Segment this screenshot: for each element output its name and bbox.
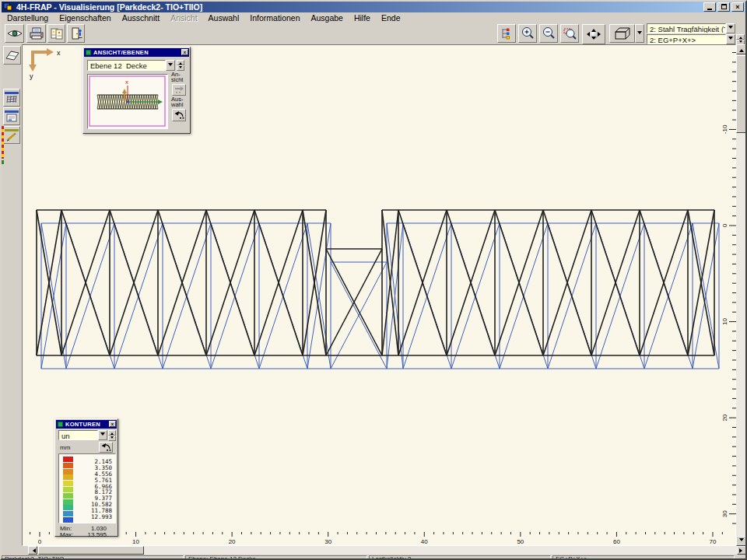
plane-preview[interactable]: x: [87, 74, 168, 129]
legend-color-swatch: [63, 463, 73, 468]
print-button[interactable]: [26, 24, 46, 43]
svg-text:70: 70: [710, 538, 717, 545]
legend-color-swatch: [63, 487, 73, 492]
panel-close-button[interactable]: x: [181, 49, 188, 55]
chevron-down-icon: [637, 31, 642, 37]
maximize-icon: [721, 4, 727, 9]
arrow-left-icon: [30, 548, 36, 553]
zoom-in-button[interactable]: [518, 24, 537, 43]
level-combo[interactable]: Ebene 12 Decke: [87, 60, 175, 71]
status-section-4: EG+P+X+>: [552, 555, 735, 560]
spinner-up-icon[interactable]: [108, 430, 116, 436]
svg-text:10: 10: [721, 318, 728, 325]
view-cube-button[interactable]: [609, 24, 635, 43]
zoom-in-icon: [521, 26, 535, 40]
panel-title-bar[interactable]: ANSICHT/EBENEN: [84, 48, 189, 57]
legend-color-swatch: [63, 481, 73, 486]
panel-title: ANSICHT/EBENEN: [93, 49, 149, 56]
curved-arrow-icon: [100, 443, 112, 452]
load-case-combo[interactable]: 2: EG+P+X+>: [647, 34, 735, 44]
horizontal-scroll-thumb[interactable]: [38, 546, 144, 555]
panel-close-button[interactable]: x: [109, 421, 116, 427]
svg-text:10: 10: [132, 538, 139, 545]
spinner-down-icon[interactable]: [108, 436, 116, 441]
docked-panel-edge: [2, 126, 4, 159]
spinner-up-icon[interactable]: [177, 60, 184, 65]
dock-mesh-panel-button[interactable]: [3, 89, 20, 107]
panel-icon: [58, 422, 63, 427]
left-dock: [2, 44, 22, 546]
view-label: An-sicht: [171, 72, 190, 82]
dock-edit-panel-button[interactable]: [3, 126, 20, 144]
plane-select-button[interactable]: [3, 46, 21, 65]
max-label: Max:: [60, 532, 73, 538]
chevron-down-icon[interactable]: [166, 60, 175, 71]
zoom-out-icon: [542, 26, 556, 40]
chevron-down-icon[interactable]: [726, 23, 735, 33]
pan-right-icon: [598, 32, 603, 37]
maximize-button[interactable]: [717, 2, 730, 12]
zoom-out-button[interactable]: [539, 24, 558, 43]
pan-control[interactable]: [582, 24, 605, 44]
scroll-up-button[interactable]: [736, 44, 746, 54]
plane-icon: [5, 49, 20, 61]
chevron-down-icon[interactable]: [726, 34, 735, 44]
title-bar[interactable]: 4H-FRAP - Visualisierung [Parkdeck2- TIO…: [2, 2, 745, 12]
close-button[interactable]: ×: [731, 2, 744, 12]
menu-item-eigenschaften[interactable]: Eigenschaften: [54, 13, 117, 23]
svg-text:30: 30: [721, 510, 728, 517]
exit-door-icon: [70, 27, 82, 40]
svg-text:50: 50: [517, 538, 524, 545]
spinner-down-icon[interactable]: [177, 65, 184, 71]
curved-arrow-icon: [174, 110, 185, 120]
dock-info-panel-button[interactable]: [3, 107, 20, 125]
arrow-down-icon: [739, 538, 744, 544]
minimize-button[interactable]: [703, 2, 716, 12]
app-window: 4H-FRAP - Visualisierung [Parkdeck2- TIO…: [0, 0, 747, 560]
menu-item-auswahl[interactable]: Auswahl: [203, 13, 245, 23]
menu-item-ende[interactable]: Ende: [376, 13, 406, 23]
level-spinner[interactable]: [177, 60, 184, 71]
legend-color-swatch: [63, 474, 73, 480]
cube-icon: [613, 26, 632, 40]
view-cube-dropdown[interactable]: [635, 24, 644, 43]
scroll-right-button[interactable]: [737, 546, 746, 555]
panel-title-bar[interactable]: KONTUREN: [56, 420, 117, 429]
vertical-scroll-thumb[interactable]: [736, 55, 746, 133]
view-properties-button[interactable]: [5, 24, 24, 43]
main-toolbar: 2: Stahl Tragfähigkeit (Th. 2. O 2: EG+P…: [2, 23, 745, 44]
result-type-combo[interactable]: 2: Stahl Tragfähigkeit (Th. 2. O: [647, 23, 735, 33]
pages-button[interactable]: [47, 24, 65, 43]
select-apply-button[interactable]: [172, 109, 186, 121]
truss-deformed: [41, 223, 719, 369]
vertical-scrollbar[interactable]: [736, 44, 746, 546]
scroll-down-button[interactable]: [736, 536, 746, 546]
pan-down-icon: [591, 37, 596, 42]
menu-bar: DarstellungEigenschaftenAusschnittAnsich…: [2, 12, 745, 23]
legend-body: 2.1453.3504.5565.7616.9668.1729.37710.58…: [58, 453, 116, 523]
quantity-combo[interactable]: un: [58, 430, 107, 440]
menu-item-ausschnitt[interactable]: Ausschnitt: [117, 13, 165, 23]
exit-button[interactable]: [67, 24, 85, 43]
view-apply-button[interactable]: [172, 84, 186, 96]
menu-item-informationen[interactable]: Informationen: [244, 13, 305, 23]
chevron-down-icon[interactable]: [98, 430, 107, 440]
menu-item-darstellung[interactable]: Darstellung: [2, 13, 54, 23]
unit-settings-button[interactable]: [99, 442, 113, 453]
zoom-window-button[interactable]: [560, 24, 579, 43]
svg-text:30: 30: [324, 538, 331, 545]
load-case-spinner[interactable]: [736, 34, 745, 44]
horizontal-scrollbar[interactable]: [28, 546, 746, 555]
menu-item-hilfe[interactable]: Hilfe: [349, 13, 376, 23]
spinner-up-icon[interactable]: [736, 34, 745, 40]
eye-icon: [7, 28, 23, 39]
legend-color-swatch: [63, 499, 73, 505]
quantity-spinner[interactable]: [108, 430, 116, 440]
structure-tree-button[interactable]: [497, 24, 516, 43]
tree-icon: [500, 27, 514, 40]
menu-item-ausgabe[interactable]: Ausgabe: [306, 13, 349, 23]
axis-indicator: x y: [29, 48, 61, 80]
level-combo-value: Ebene 12 Decke: [87, 60, 166, 71]
svg-text:0: 0: [38, 538, 42, 545]
scroll-left-button[interactable]: [28, 546, 37, 555]
